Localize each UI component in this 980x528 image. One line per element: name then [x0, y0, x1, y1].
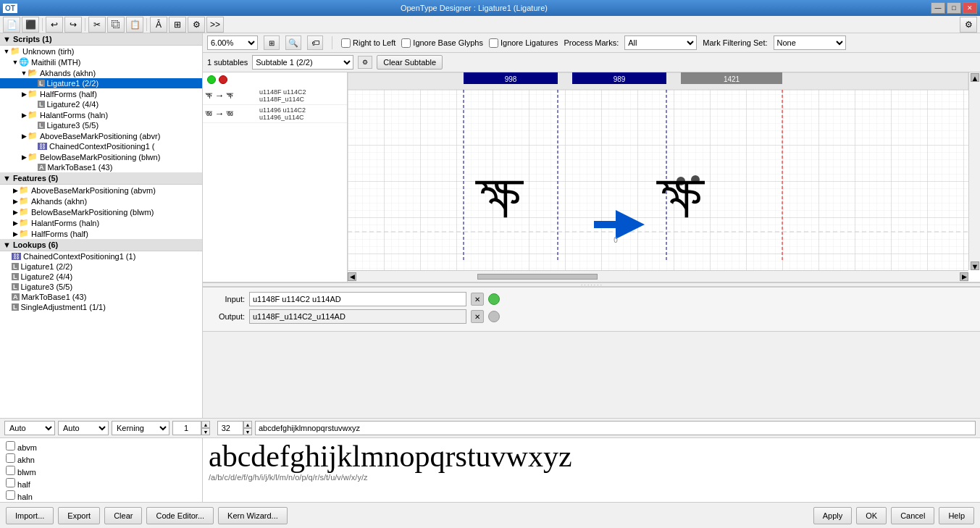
tree-lookup-marktobase[interactable]: A MarkToBase1 (43): [0, 292, 202, 302]
tree-feat-half[interactable]: ▶ 📁 HalfForms (half): [0, 228, 202, 239]
vertical-scrollbar[interactable]: ▲ ▼: [968, 72, 980, 270]
half-checkbox[interactable]: [6, 478, 15, 487]
input-go-button[interactable]: [488, 293, 500, 305]
scroll-down-button[interactable]: ▼: [971, 261, 979, 270]
code-editor-button[interactable]: Code Editor...: [146, 507, 214, 524]
right-to-left-checkbox[interactable]: [341, 38, 351, 48]
output-clear-button[interactable]: ✕: [471, 310, 484, 323]
abvm-checkbox[interactable]: [6, 441, 15, 451]
tree-chained[interactable]: ⛓ ChainedContextPositioning1 (: [0, 141, 202, 151]
tree-unknown-tirh[interactable]: ▼ 📁 Unknown (tirh): [0, 46, 202, 56]
size-spin-down[interactable]: ▼: [243, 428, 252, 435]
scroll-up-button[interactable]: ▲: [971, 73, 979, 82]
lookups-section-header[interactable]: ▼ Lookups (6): [0, 239, 202, 251]
scroll-left-button[interactable]: ◀: [348, 272, 356, 281]
more-icon[interactable]: >>: [206, 17, 224, 33]
subtable-icon-button[interactable]: ⚙: [358, 56, 372, 69]
mark-filter-select[interactable]: None: [774, 35, 846, 50]
num-input[interactable]: [172, 421, 201, 435]
glyph-row-0[interactable]: ক্ষ → ক্ষ u1148F u114C2 u1148F_u114C: [203, 87, 347, 105]
tree-feat-abvm[interactable]: ▶ 📁 AboveBaseMarkPositioning (abvm): [0, 185, 202, 196]
config-icon[interactable]: ⚙: [188, 17, 205, 33]
tree-lookup-chained[interactable]: ⛓ ChainedContextPositioning1 (1): [0, 251, 202, 261]
size-spin-up[interactable]: ▲: [243, 421, 252, 428]
help-button[interactable]: Help: [939, 507, 974, 524]
tree-feat-blwm[interactable]: ▶ 📁 BelowBaseMarkPositioning (blwm): [0, 206, 202, 217]
tree-halfforms[interactable]: ▶ 📁 HalfForms (half): [0, 88, 202, 99]
font-icon[interactable]: Ā: [150, 17, 167, 33]
tree-belowmark[interactable]: ▶ 📁 BelowBaseMarkPositioning (blwn): [0, 151, 202, 162]
tree-maithili[interactable]: ▼ 🌐 Maithili (MTH): [0, 56, 202, 67]
output-field[interactable]: [249, 309, 466, 324]
maximize-button[interactable]: □: [947, 2, 961, 14]
apply-button[interactable]: Apply: [813, 507, 853, 524]
cancel-button[interactable]: Cancel: [891, 507, 934, 524]
horizontal-scrollbar[interactable]: ◀ ▶: [348, 270, 968, 282]
scroll-right-button[interactable]: ▶: [960, 272, 968, 281]
haln-checkbox[interactable]: [6, 490, 15, 500]
features-section-header[interactable]: ▼ Features (5): [0, 172, 202, 185]
tree-ligature1[interactable]: L Ligature1 (2/2): [0, 78, 202, 88]
scroll-thumb[interactable]: [477, 274, 598, 280]
akhn-checkbox-label[interactable]: akhn: [6, 453, 196, 464]
tree-halantforms[interactable]: ▶ 📁 HalantForms (haln): [0, 109, 202, 120]
paste-button[interactable]: 📋: [126, 17, 143, 33]
process-marks-select[interactable]: All None: [624, 35, 697, 50]
zoom-fit-button[interactable]: ⊞: [264, 35, 280, 50]
clear-subtable-button[interactable]: Clear Subtable: [377, 55, 443, 70]
tree-feat-haln[interactable]: ▶ 📁 HalantForms (haln): [0, 217, 202, 228]
input-field[interactable]: [249, 292, 466, 306]
settings-button[interactable]: ⚙: [960, 17, 977, 33]
minimize-button[interactable]: —: [931, 2, 945, 14]
input-clear-button[interactable]: ✕: [471, 293, 484, 306]
add-circle-button[interactable]: [207, 75, 216, 84]
cut-button[interactable]: ✂: [88, 17, 106, 33]
glyph-row-1[interactable]: জ্ঞ → জ্ঞ u11496 u114C2 u11496_u114C: [203, 105, 347, 123]
akhn-checkbox[interactable]: [6, 453, 15, 463]
export-button[interactable]: Export: [58, 507, 100, 524]
table-icon[interactable]: ⊞: [169, 17, 186, 33]
undo-button[interactable]: ↩: [46, 17, 63, 33]
haln-checkbox-label[interactable]: haln: [6, 490, 196, 501]
toolbar-icon-1[interactable]: 📄: [3, 17, 20, 33]
import-button[interactable]: Import...: [6, 507, 54, 524]
zoom-select[interactable]: 6.00%: [207, 35, 258, 50]
tree-marktobase[interactable]: A MarkToBase1 (43): [0, 162, 202, 172]
ignore-ligatures-checkbox[interactable]: [489, 38, 498, 48]
auto1-select[interactable]: Auto: [4, 421, 55, 435]
redo-button[interactable]: ↪: [64, 17, 82, 33]
kern-wizard-button[interactable]: Kern Wizard...: [218, 507, 288, 524]
scripts-section-header[interactable]: ▼ Scripts (1): [0, 33, 202, 46]
auto2-select[interactable]: Auto: [58, 421, 109, 435]
spin-down[interactable]: ▼: [201, 428, 210, 435]
abvm-checkbox-label[interactable]: abvm: [6, 441, 196, 452]
tree-lookup-lig3[interactable]: L Ligature3 (5/5): [0, 282, 202, 292]
ignore-base-glyphs-checkbox[interactable]: [401, 38, 411, 48]
zoom-in-button[interactable]: 🔍: [285, 35, 301, 50]
tree-lig3[interactable]: L Ligature3 (5/5): [0, 120, 202, 130]
ignore-ligatures-label[interactable]: Ignore Ligatures: [489, 38, 558, 48]
ignore-base-glyphs-label[interactable]: Ignore Base Glyphs: [401, 38, 483, 48]
subtable-select[interactable]: Subtable 1 (2/2): [252, 55, 353, 70]
tree-lookup-single[interactable]: L SingleAdjustment1 (1/1): [0, 302, 202, 312]
blwm-checkbox[interactable]: [6, 466, 15, 475]
tree-abovemark[interactable]: ▶ 📁 AboveBaseMarkPositioning (abvr): [0, 130, 202, 141]
tree-lookup-lig1[interactable]: L Ligature1 (2/2): [0, 261, 202, 272]
tree-lig2[interactable]: L Ligature2 (4/4): [0, 99, 202, 109]
toolbar-icon-2[interactable]: ⬛: [22, 17, 39, 33]
tree-lookup-lig2[interactable]: L Ligature2 (4/4): [0, 272, 202, 282]
right-to-left-label[interactable]: Right to Left: [341, 38, 395, 48]
blwm-checkbox-label[interactable]: blwm: [6, 466, 196, 477]
tag-button[interactable]: 🏷: [307, 35, 323, 50]
preview-text-input[interactable]: [255, 421, 976, 435]
remove-circle-button[interactable]: [219, 75, 227, 84]
half-checkbox-label[interactable]: half: [6, 478, 196, 489]
tree-feat-akhn[interactable]: ▶ 📁 Akhands (akhn): [0, 196, 202, 206]
size-input[interactable]: [217, 421, 243, 435]
tree-akhands[interactable]: ▼ 📂 Akhands (akhn): [0, 67, 202, 78]
close-button[interactable]: ✕: [963, 2, 977, 14]
spin-up[interactable]: ▲: [201, 421, 210, 428]
clear-button[interactable]: Clear: [104, 507, 142, 524]
copy-button[interactable]: ⿻: [107, 17, 125, 33]
output-go-button[interactable]: [488, 311, 500, 322]
